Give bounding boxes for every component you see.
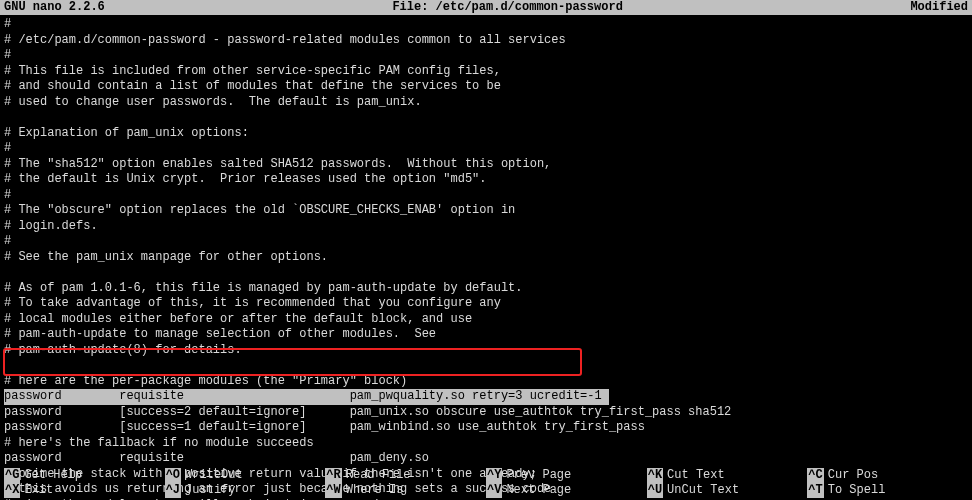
shortcut-label: Where Is [346, 483, 404, 499]
editor-line[interactable]: # [4, 17, 968, 33]
editor-line[interactable]: # To take advantage of this, it is recom… [4, 296, 968, 312]
editor-line[interactable] [4, 110, 968, 126]
shortcut-key: ^V [486, 483, 502, 499]
shortcut-key: ^O [165, 468, 181, 484]
shortcut-label: Justify [185, 483, 235, 499]
shortcut[interactable]: ^V Next Page [486, 483, 647, 498]
shortcut[interactable]: ^U UnCut Text [647, 483, 808, 498]
shortcut[interactable]: ^T To Spell [807, 483, 968, 498]
editor-line[interactable]: # used to change user passwords. The def… [4, 95, 968, 111]
shortcut[interactable]: ^X Exit [4, 483, 165, 498]
shortcut-key: ^K [647, 468, 663, 484]
editor-line-current[interactable]: password requisite pam_pwquality.so retr… [4, 389, 968, 405]
editor-line[interactable] [4, 265, 968, 281]
editor-line[interactable]: password [success=2 default=ignore] pam_… [4, 405, 968, 421]
editor-line[interactable]: # The "obscure" option replaces the old … [4, 203, 968, 219]
file-path: File: /etc/pam.d/common-password [105, 0, 911, 15]
editor-line[interactable]: # The "sha512" option enables salted SHA… [4, 157, 968, 173]
editor-line[interactable]: # here's the fallback if no module succe… [4, 436, 968, 452]
editor-line[interactable]: # This file is included from other servi… [4, 64, 968, 80]
shortcut-bar: ^G Get Help^O WriteOut^R Read File^Y Pre… [4, 468, 968, 498]
shortcut-label: Next Page [506, 483, 571, 499]
shortcut-key: ^G [4, 468, 20, 484]
shortcut[interactable]: ^K Cut Text [647, 468, 808, 483]
shortcut-label: Get Help [24, 468, 82, 484]
shortcut-key: ^C [807, 468, 823, 484]
shortcut-label: Cur Pos [828, 468, 878, 484]
editor-line[interactable]: password [success=1 default=ignore] pam_… [4, 420, 968, 436]
editor-line[interactable]: # [4, 234, 968, 250]
editor-line[interactable]: # pam-auth-update to manage selection of… [4, 327, 968, 343]
editor-line[interactable]: # /etc/pam.d/common-password - password-… [4, 33, 968, 49]
editor-line[interactable]: # login.defs. [4, 219, 968, 235]
cursor [602, 390, 609, 403]
editor-line[interactable]: # [4, 48, 968, 64]
shortcut-label: UnCut Text [667, 483, 739, 499]
editor-line[interactable] [4, 358, 968, 374]
shortcut[interactable]: ^J Justify [165, 483, 326, 498]
editor-line[interactable]: # pam-auth-update(8) for details. [4, 343, 968, 359]
shortcut-key: ^T [807, 483, 823, 499]
shortcut[interactable]: ^O WriteOut [165, 468, 326, 483]
shortcut[interactable]: ^W Where Is [325, 483, 486, 498]
editor-line[interactable]: # and should contain a list of modules t… [4, 79, 968, 95]
editor-line[interactable]: # [4, 188, 968, 204]
shortcut-label: Cut Text [667, 468, 725, 484]
shortcut-label: To Spell [828, 483, 886, 499]
shortcut-key: ^X [4, 483, 20, 499]
editor-line[interactable]: # local modules either before or after t… [4, 312, 968, 328]
shortcut-key: ^R [325, 468, 341, 484]
modified-indicator: Modified [910, 0, 968, 15]
title-bar: GNU nano 2.2.6 File: /etc/pam.d/common-p… [0, 0, 972, 15]
shortcut-key: ^W [325, 483, 341, 499]
shortcut-key: ^Y [486, 468, 502, 484]
shortcut-key: ^U [647, 483, 663, 499]
editor-line[interactable]: # As of pam 1.0.1-6, this file is manage… [4, 281, 968, 297]
shortcut[interactable]: ^Y Prev Page [486, 468, 647, 483]
editor-line[interactable]: # the default is Unix crypt. Prior relea… [4, 172, 968, 188]
shortcut[interactable]: ^R Read File [325, 468, 486, 483]
shortcut-label: Read File [346, 468, 411, 484]
shortcut-label: WriteOut [185, 468, 243, 484]
shortcut[interactable]: ^G Get Help [4, 468, 165, 483]
editor-area[interactable]: ## /etc/pam.d/common-password - password… [0, 15, 972, 500]
shortcut-key: ^J [165, 483, 181, 499]
editor-line[interactable]: password requisite pam_deny.so [4, 451, 968, 467]
shortcut-label: Exit [24, 483, 53, 499]
editor-line[interactable]: # See the pam_unix manpage for other opt… [4, 250, 968, 266]
app-name: GNU nano 2.2.6 [4, 0, 105, 15]
shortcut-label: Prev Page [506, 468, 571, 484]
shortcut[interactable]: ^C Cur Pos [807, 468, 968, 483]
editor-line[interactable]: # [4, 141, 968, 157]
editor-line[interactable]: # here are the per-package modules (the … [4, 374, 968, 390]
editor-line[interactable]: # Explanation of pam_unix options: [4, 126, 968, 142]
